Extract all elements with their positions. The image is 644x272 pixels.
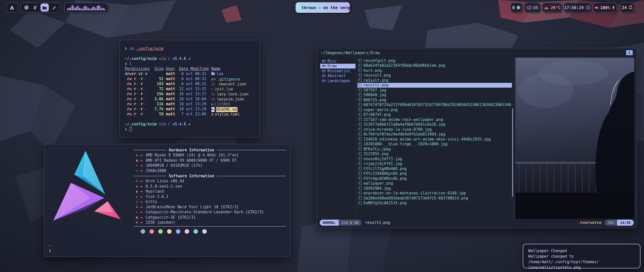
file-list-scrollbar[interactable] xyxy=(512,109,513,197)
column-divider xyxy=(356,58,356,219)
file-row[interactable]: 866715.png xyxy=(357,97,512,103)
clock-icon xyxy=(586,5,590,10)
file-row[interactable]: super-mario.png xyxy=(357,107,512,112)
client-count: 0 xyxy=(512,5,515,10)
prompt-status-line: ~/.config/nvim via ☾ v5.4.6 ✔ xyxy=(125,56,255,61)
image-icon xyxy=(358,133,362,136)
sidebar-item-minimalist[interactable]: Minimalist xyxy=(320,69,355,74)
file-row[interactable]: re1sult.png xyxy=(357,78,512,83)
fetch-prompt[interactable]: ~ ❯ xyxy=(49,243,51,253)
file-row[interactable]: FXfcJlTXgAMvH6R.png xyxy=(357,166,512,171)
terminal-command-line: ❯ l xyxy=(125,61,255,66)
file-row[interactable]: 3122955.png xyxy=(357,152,512,157)
arch-logo-icon xyxy=(9,5,15,10)
now-playing-widget[interactable]: thrown - on the verge xyxy=(296,2,350,13)
tray-clock[interactable]: 17:50:29 xyxy=(564,3,591,13)
tray-weather[interactable]: 26°C xyxy=(542,3,562,13)
image-icon xyxy=(358,74,362,77)
image-icon xyxy=(358,177,362,180)
file-row[interactable]: 08a634fa02a32364f69ebc86a98eb1eb.png xyxy=(357,63,512,68)
file-row[interactable]: 68747470733a2f2f696d616765732d7769786d70… xyxy=(357,103,512,108)
file-row[interactable]: 19201080-__blue-tinge__-1920×1080.jpg xyxy=(357,142,512,147)
sidebar-item-landscapes[interactable]: Landscapes xyxy=(320,78,355,83)
json-icon: {} xyxy=(211,92,215,97)
file-row[interactable]: EeNKYgIUcAAJ5JX.png xyxy=(357,201,512,206)
file-row[interactable]: nnvuv0xj2df71.jpg xyxy=(357,156,512,161)
arch-icon: Λ xyxy=(134,179,140,183)
ls-row: drwxr-xr-x-matt 6 oct 00:31 lua xyxy=(125,71,255,76)
check-icon: ✔ xyxy=(188,122,191,126)
terminal-window[interactable]: ❯ cd .config/nvim ~/.config/nvim via ☾ v… xyxy=(119,40,260,138)
fetch-row-packages: ◓→1558 (pacman) xyxy=(134,220,286,225)
image-icon xyxy=(358,196,362,200)
file-row[interactable]: chica-mirando-la-luna-8799.jpg xyxy=(357,127,512,132)
vim-icon: V xyxy=(33,5,36,11)
image-preview-pane xyxy=(515,58,634,219)
sidebar-item-abstract[interactable]: Abstract xyxy=(320,74,355,79)
file-row[interactable]: wallpaper.png xyxy=(357,181,512,186)
file-row[interactable]: 217167-sad-anime-rain-wallpaper.png xyxy=(357,117,512,122)
file-row[interactable]: ressdfgult.png xyxy=(357,58,512,63)
tray-keyboard-layout[interactable]: US xyxy=(524,3,541,13)
terminal-prompt[interactable]: ❯ xyxy=(125,127,255,132)
yazi-file-manager-window[interactable]: ~/Imagenes/Wallpapers/Draw 1 Misc Draw M… xyxy=(316,48,637,228)
image-icon xyxy=(358,157,362,160)
paint-button[interactable] xyxy=(51,4,57,11)
sidebar-item-draw[interactable]: Draw xyxy=(320,64,355,69)
ls-row: .rw-r--r--51matt 6 oct 00:31 git.gitigno… xyxy=(125,76,255,81)
arrow-icon: → xyxy=(140,220,146,225)
file-row[interactable]: FXfcII0X0AQyn9X.png xyxy=(357,171,512,176)
icon-theme-icon: ▦ xyxy=(134,216,140,219)
image-icon xyxy=(358,98,362,101)
file-row[interactable]: FXfcHgcWIAMzs0G.png xyxy=(357,176,512,181)
ls-header: Permissions Size User Date Modified Name xyxy=(125,66,255,71)
file-row[interactable]: kurz.png xyxy=(357,68,512,73)
terminal-icon: ▢ xyxy=(134,200,140,203)
firefox-button[interactable] xyxy=(23,4,30,11)
file-row[interactable]: 596848.jpg xyxy=(357,93,512,98)
file-row[interactable]: 0c794faf07de24a4db4d4fb1eb813964.jpg xyxy=(357,132,512,137)
file-row[interactable]: 3126f7e9bbf21a8a4af0b67b041c6e26.jpg xyxy=(357,122,512,127)
arrow-icon: → xyxy=(140,163,146,168)
window-manager-icon: ▣ xyxy=(134,190,140,193)
file-row-selected[interactable]: result2.png xyxy=(357,83,512,88)
fetch-row-gtk-theme: ✦→Catppuccin-Macchiato-Standard-Lavender… xyxy=(134,210,286,215)
hardware-section-title: Hardware Information xyxy=(134,147,286,153)
arrow-icon: → xyxy=(140,153,146,157)
git-icon: git xyxy=(211,77,216,82)
folder-icon xyxy=(42,5,47,10)
display-icon: ▭ xyxy=(134,169,140,173)
file-manager-button[interactable] xyxy=(41,4,49,12)
lua-icon: ☾ xyxy=(168,122,170,126)
tray-volume[interactable]: 100% xyxy=(593,3,617,13)
file-row[interactable]: 5a266e448add93deab367d87173e9f25-6837886… xyxy=(357,196,512,201)
tray-client-counter[interactable]: 0 xyxy=(510,3,522,13)
file-row[interactable]: 154928-odinokoe_anime-art-anime-okno-sin… xyxy=(357,137,512,142)
sidebar-item-misc[interactable]: Misc xyxy=(320,59,355,64)
tray-notifications[interactable]: 24 xyxy=(620,3,634,13)
file-row[interactable]: 87r687df.png xyxy=(357,112,512,117)
file-row[interactable]: resssult.png xyxy=(357,73,512,78)
notification-title: Wallpaper Changed xyxy=(528,248,635,254)
file-row[interactable]: 20492984.jpg xyxy=(357,186,512,191)
image-icon xyxy=(358,192,362,195)
lua-icon: ☾ xyxy=(168,56,170,61)
font-icon: A xyxy=(134,205,140,209)
fetch-row-display: ▭→644x272 xyxy=(134,168,286,174)
ls-row: .rw-r--r--183matt 6 oct 00:31 {}.neoconf… xyxy=(125,81,255,86)
cursor-position-badge: 14/38 xyxy=(617,220,634,226)
wallpaper-notification[interactable]: Wallpaper Changed Wallpaper changed to /… xyxy=(523,244,640,268)
vim-button[interactable]: V xyxy=(32,4,38,11)
file-row[interactable]: 8FKa7Cu.jpeg xyxy=(357,147,512,152)
image-icon xyxy=(358,88,362,92)
file-row[interactable]: rsjqojlmjhf91.jpg xyxy=(357,161,512,166)
cpu-icon: ◈ xyxy=(134,153,140,157)
layout-label: US xyxy=(533,5,538,10)
file-row[interactable]: atardecer-en-la-montanas-ilustracion-634… xyxy=(357,191,512,196)
gear-icon: ⚙ xyxy=(211,112,213,117)
file-row[interactable]: 587597.jpg xyxy=(357,88,512,93)
app-launcher-button[interactable] xyxy=(6,3,18,13)
tab-badge[interactable]: 1 xyxy=(626,50,633,55)
fetch-window[interactable]: Hardware Information ◈→AMD Ryzen 9 5900X… xyxy=(44,144,291,257)
audio-visualizer xyxy=(64,3,108,13)
